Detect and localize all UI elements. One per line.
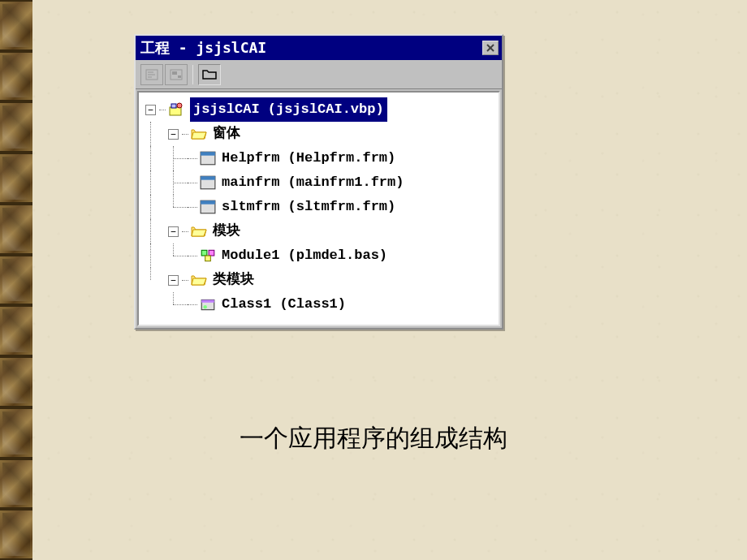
toolbar-separator <box>192 65 193 84</box>
expander-icon[interactable]: − <box>168 129 179 140</box>
project-tree[interactable]: − jsjslCAI (jsjslCAI.vbp) − <box>137 91 500 326</box>
svg-rect-13 <box>201 152 215 155</box>
tree-item-row[interactable]: sltmfrm (sltmfrm.frm) <box>142 195 495 219</box>
view-object-button[interactable] <box>165 64 188 85</box>
module-icon <box>199 248 217 264</box>
close-button[interactable] <box>482 41 499 55</box>
expander-icon[interactable]: − <box>168 275 179 286</box>
svg-rect-22 <box>201 299 214 302</box>
tree-folder-row[interactable]: − 模块 <box>142 219 495 243</box>
expander-icon[interactable]: − <box>168 226 179 237</box>
folder-open-icon <box>190 272 208 288</box>
tree-folder-row[interactable]: − 窗体 <box>142 122 495 146</box>
tree-root-row[interactable]: − jsjslCAI (jsjslCAI.vbp) <box>142 97 495 122</box>
item-label[interactable]: Module1 (plmdel.bas) <box>222 244 387 267</box>
tree-item-row[interactable]: Class1 (Class1) <box>142 292 495 317</box>
item-label[interactable]: mainfrm (mainfrm1.frm) <box>222 171 404 194</box>
svg-rect-19 <box>209 250 214 256</box>
folder-label[interactable]: 模块 <box>213 220 240 243</box>
svg-rect-10 <box>171 104 176 108</box>
folder-label[interactable]: 类模块 <box>213 269 254 291</box>
tree-item-row[interactable]: mainfrm (mainfrm1.frm) <box>142 170 495 195</box>
svg-point-23 <box>203 305 206 308</box>
project-icon <box>167 101 185 118</box>
decorative-border <box>0 0 32 560</box>
form-icon <box>199 199 217 215</box>
slide-caption: 一个应用程序的组成结构 <box>0 422 747 455</box>
tree-item-row[interactable]: Helpfrm (Helpfrm.frm) <box>142 146 495 170</box>
class-icon <box>199 296 217 312</box>
svg-rect-7 <box>172 71 177 75</box>
window-title: 工程 - jsjslCAI <box>139 38 482 58</box>
svg-rect-20 <box>205 256 211 261</box>
toggle-folders-button[interactable] <box>198 64 221 85</box>
svg-rect-17 <box>201 200 215 204</box>
svg-rect-18 <box>201 250 207 256</box>
root-label[interactable]: jsjslCAI (jsjslCAI.vbp) <box>190 97 387 122</box>
svg-point-11 <box>177 103 182 108</box>
item-label[interactable]: Class1 (Class1) <box>222 293 346 316</box>
item-label[interactable]: sltmfrm (sltmfrm.frm) <box>222 196 395 218</box>
tree-folder-row[interactable]: − 类模块 <box>142 268 495 292</box>
folder-open-icon <box>190 223 208 239</box>
svg-rect-8 <box>178 75 181 78</box>
titlebar[interactable]: 工程 - jsjslCAI <box>136 36 502 60</box>
item-label[interactable]: Helpfrm (Helpfrm.frm) <box>222 147 395 170</box>
form-icon <box>199 150 217 166</box>
tree-item-row[interactable]: Module1 (plmdel.bas) <box>142 243 495 268</box>
folder-label[interactable]: 窗体 <box>213 123 240 145</box>
expander-icon[interactable]: − <box>145 105 156 115</box>
project-window: 工程 - jsjslCAI <box>134 34 503 330</box>
view-code-button[interactable] <box>140 64 163 85</box>
form-icon <box>199 174 217 191</box>
svg-rect-15 <box>201 176 215 179</box>
toolbar <box>136 60 502 89</box>
folder-open-icon <box>190 126 208 142</box>
